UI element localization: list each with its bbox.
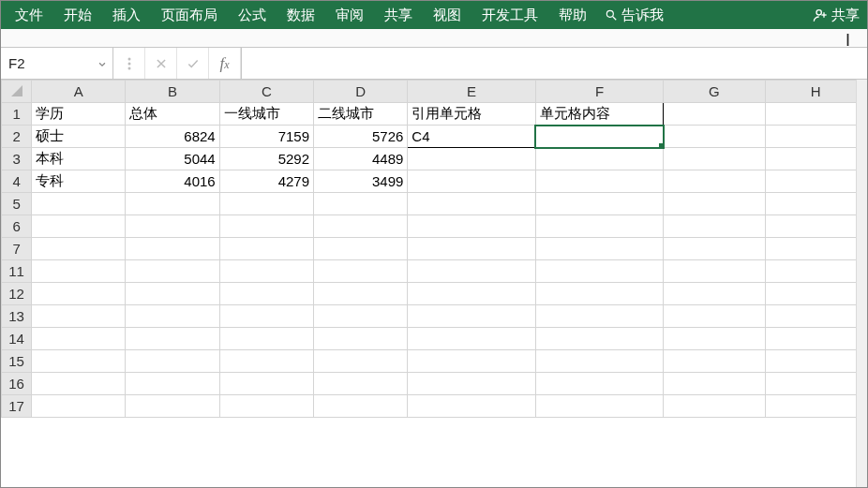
cell-A13[interactable] (32, 305, 126, 328)
formula-bar-expand-icon[interactable] (113, 48, 145, 79)
row-header-1[interactable]: 1 (2, 103, 32, 126)
cell-B16[interactable] (126, 373, 219, 395)
col-header-H[interactable]: H (765, 81, 866, 103)
cell-G17[interactable] (664, 395, 765, 418)
insert-function-button[interactable]: fx (209, 48, 241, 79)
cell-B11[interactable] (126, 260, 219, 283)
row-header-5[interactable]: 5 (2, 193, 32, 215)
cell-B6[interactable] (126, 215, 219, 238)
tab-data[interactable]: 数据 (277, 1, 325, 29)
col-header-G[interactable]: G (664, 81, 765, 103)
cell-H16[interactable] (765, 373, 866, 395)
cell-B5[interactable] (126, 193, 219, 215)
cell-A4[interactable]: 专科 (32, 170, 126, 193)
cell-G1[interactable] (664, 103, 765, 126)
cell-B13[interactable] (126, 305, 219, 328)
cell-A6[interactable] (32, 215, 126, 238)
share-button[interactable]: 共享 (805, 7, 867, 24)
cell-F15[interactable] (535, 350, 663, 373)
row-header-2[interactable]: 2 (2, 126, 32, 148)
cell-H3[interactable] (765, 148, 866, 170)
cell-C2[interactable]: 7159 (219, 126, 313, 148)
cell-D12[interactable] (314, 283, 408, 305)
cell-D11[interactable] (314, 260, 408, 283)
tab-insert[interactable]: 插入 (102, 1, 151, 29)
cell-E14[interactable] (408, 328, 535, 350)
row-header-17[interactable]: 17 (2, 395, 32, 418)
row-header-6[interactable]: 6 (2, 215, 32, 238)
col-header-C[interactable]: C (219, 81, 313, 103)
tab-home[interactable]: 开始 (53, 1, 102, 29)
cell-F16[interactable] (535, 373, 663, 395)
cell-E6[interactable] (408, 215, 535, 238)
cell-A1[interactable]: 学历 (32, 103, 126, 126)
cell-A12[interactable] (32, 283, 126, 305)
cell-D13[interactable] (314, 305, 408, 328)
cell-C1[interactable]: 一线城市 (219, 103, 313, 126)
row-header-3[interactable]: 3 (2, 148, 32, 170)
cell-E16[interactable] (408, 373, 535, 395)
cell-H14[interactable] (765, 328, 866, 350)
cell-H13[interactable] (765, 305, 866, 328)
cell-D7[interactable] (314, 238, 408, 260)
row-header-13[interactable]: 13 (2, 305, 32, 328)
cell-C7[interactable] (219, 238, 313, 260)
cell-F7[interactable] (535, 238, 663, 260)
cell-H7[interactable] (765, 238, 866, 260)
chevron-down-icon[interactable] (97, 55, 107, 71)
cell-F17[interactable] (535, 395, 663, 418)
row-header-14[interactable]: 14 (2, 328, 32, 350)
cell-F2[interactable] (535, 126, 663, 148)
cell-G5[interactable] (664, 193, 765, 215)
vertical-scrollbar[interactable] (856, 80, 867, 487)
col-header-D[interactable]: D (314, 81, 408, 103)
cell-D2[interactable]: 5726 (314, 126, 408, 148)
cell-C13[interactable] (219, 305, 313, 328)
cell-A7[interactable] (32, 238, 126, 260)
cell-A2[interactable]: 硕士 (32, 126, 126, 148)
row-header-4[interactable]: 4 (2, 170, 32, 193)
cell-D16[interactable] (314, 373, 408, 395)
cell-G3[interactable] (664, 148, 765, 170)
cell-C6[interactable] (219, 215, 313, 238)
cell-C3[interactable]: 5292 (219, 148, 313, 170)
cell-A14[interactable] (32, 328, 126, 350)
col-header-B[interactable]: B (126, 81, 219, 103)
select-all-corner[interactable] (2, 81, 32, 103)
cell-C4[interactable]: 4279 (219, 170, 313, 193)
tab-view[interactable]: 视图 (423, 1, 471, 29)
cell-B17[interactable] (126, 395, 219, 418)
row-header-15[interactable]: 15 (2, 350, 32, 373)
cell-B2[interactable]: 6824 (126, 126, 219, 148)
cell-F14[interactable] (535, 328, 663, 350)
cell-E7[interactable] (408, 238, 535, 260)
tab-share[interactable]: 共享 (374, 1, 423, 29)
worksheet-area[interactable]: A B C D E F G H 1 学历 总体 一线城市 二线城市 引用单元 (1, 80, 867, 487)
cell-A3[interactable]: 本科 (32, 148, 126, 170)
enter-formula-button[interactable] (177, 48, 209, 79)
cell-E13[interactable] (408, 305, 535, 328)
row-header-11[interactable]: 11 (2, 260, 32, 283)
cell-D3[interactable]: 4489 (314, 148, 408, 170)
cell-B3[interactable]: 5044 (126, 148, 219, 170)
cell-D6[interactable] (314, 215, 408, 238)
cell-C16[interactable] (219, 373, 313, 395)
tab-review[interactable]: 审阅 (325, 1, 374, 29)
cell-E15[interactable] (408, 350, 535, 373)
cell-A5[interactable] (32, 193, 126, 215)
name-box[interactable]: F2 (1, 48, 113, 79)
cell-H4[interactable] (765, 170, 866, 193)
cell-G11[interactable] (664, 260, 765, 283)
cell-E2[interactable]: C4 (408, 126, 535, 148)
cell-B12[interactable] (126, 283, 219, 305)
formula-input[interactable] (247, 48, 867, 79)
cell-F11[interactable] (535, 260, 663, 283)
cell-E1[interactable]: 引用单元格 (408, 103, 535, 126)
cell-F5[interactable] (535, 193, 663, 215)
cell-H12[interactable] (765, 283, 866, 305)
tab-developer[interactable]: 开发工具 (471, 1, 548, 29)
cell-E4[interactable] (408, 170, 535, 193)
cell-H15[interactable] (765, 350, 866, 373)
cell-A15[interactable] (32, 350, 126, 373)
cell-C14[interactable] (219, 328, 313, 350)
